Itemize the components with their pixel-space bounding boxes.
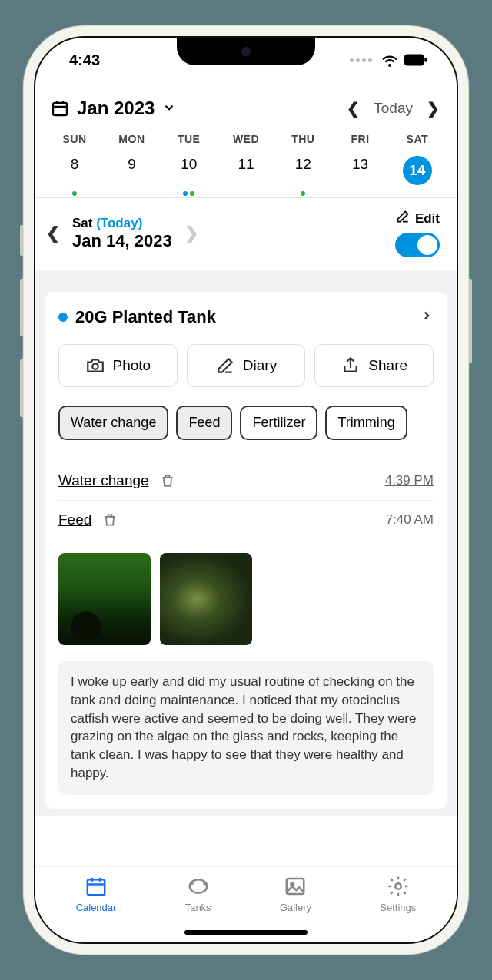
gear-icon	[387, 875, 410, 898]
log-label[interactable]: Feed	[58, 512, 91, 528]
day-header: ❮ Sat (Today) Jan 14, 2023 ❯ Edit	[35, 198, 457, 270]
tab-settings[interactable]: Settings	[380, 875, 416, 942]
svg-rect-1	[424, 58, 427, 62]
today-label: (Today)	[96, 216, 142, 230]
svg-rect-0	[404, 55, 424, 66]
today-button[interactable]: Today	[374, 100, 413, 117]
svg-rect-2	[53, 103, 67, 115]
share-icon	[341, 356, 361, 376]
next-day-button[interactable]: ❯	[184, 223, 198, 243]
day-date: Jan 14, 2023	[72, 231, 172, 251]
log-row: Water change4:39 PM	[58, 462, 434, 500]
calendar-icon	[85, 875, 108, 898]
date-cell[interactable]: 9	[103, 156, 160, 197]
prev-week-button[interactable]: ❮	[347, 99, 360, 118]
weekday: MON	[103, 133, 160, 145]
svg-point-5	[189, 879, 207, 893]
clock: 4:43	[69, 51, 100, 69]
tab-label: Calendar	[76, 902, 117, 913]
cell-dots-icon	[350, 58, 372, 62]
svg-point-3	[92, 363, 98, 369]
weekday: THU	[274, 133, 331, 145]
tag-button[interactable]: Feed	[176, 406, 232, 440]
prev-day-button[interactable]: ❮	[46, 223, 60, 243]
tank-icon	[187, 875, 210, 898]
svg-point-8	[395, 883, 401, 889]
calendar-header: Jan 2023 ❮ Today ❯	[35, 82, 457, 133]
diary-entry[interactable]: I woke up early and did my usual routine…	[58, 661, 434, 795]
tag-row: Water changeFeedFertilizerTrimming	[58, 406, 434, 440]
weekday: WED	[218, 133, 274, 145]
battery-icon	[404, 54, 427, 66]
photo-button[interactable]: Photo	[58, 344, 178, 387]
month-selector[interactable]: Jan 2023	[51, 98, 176, 119]
trash-icon[interactable]	[160, 473, 175, 488]
date-cell[interactable]: 12	[274, 156, 331, 197]
device-frame: 4:43 Jan 2023	[23, 25, 469, 955]
calendar-icon	[51, 99, 69, 118]
share-label: Share	[368, 357, 407, 374]
date-cell[interactable]: 14	[389, 156, 446, 197]
tag-button[interactable]: Fertilizer	[240, 406, 317, 440]
edit-label: Edit	[415, 211, 440, 227]
date-cell[interactable]: 13	[331, 156, 388, 197]
home-indicator[interactable]	[184, 930, 308, 935]
chevron-right-icon	[420, 309, 434, 326]
photo-label: Photo	[113, 357, 151, 374]
pencil-icon	[215, 356, 235, 376]
screen: 4:43 Jan 2023	[34, 36, 458, 944]
weekday: SUN	[46, 133, 103, 145]
log-row: Feed7:40 AM	[58, 500, 434, 539]
weekday: TUE	[161, 133, 218, 145]
log-time[interactable]: 7:40 AM	[386, 512, 434, 528]
camera-icon	[85, 356, 105, 376]
edit-toggle[interactable]	[395, 233, 440, 257]
share-button[interactable]: Share	[314, 344, 434, 387]
weekday-row: SUN MON TUE WED THU FRI SAT	[35, 133, 457, 145]
tab-calendar[interactable]: Calendar	[76, 875, 117, 942]
chevron-down-icon	[162, 98, 176, 119]
weekday: SAT	[389, 133, 446, 145]
photo-thumbnail[interactable]	[58, 553, 151, 645]
weekday: FRI	[331, 133, 388, 145]
next-week-button[interactable]: ❯	[427, 99, 440, 118]
log-time[interactable]: 4:39 PM	[385, 473, 434, 488]
tag-button[interactable]: Trimming	[325, 406, 407, 440]
dates-row: 891011121314	[35, 156, 457, 197]
date-cell[interactable]: 10	[161, 156, 218, 197]
tank-color-dot	[58, 313, 68, 322]
tab-label: Settings	[380, 902, 416, 913]
date-cell[interactable]: 11	[218, 156, 274, 197]
svg-rect-6	[287, 879, 304, 894]
tank-name: 20G Planted Tank	[75, 307, 216, 327]
trash-icon[interactable]	[102, 512, 118, 528]
diary-label: Diary	[243, 357, 277, 374]
tag-button[interactable]: Water change	[58, 406, 168, 440]
date-cell[interactable]: 8	[46, 156, 103, 197]
photo-thumbnail[interactable]	[160, 553, 252, 645]
tank-card: 20G Planted Tank Photo Diary	[45, 292, 447, 809]
tab-label: Tanks	[185, 902, 211, 913]
svg-rect-4	[88, 879, 105, 895]
notch	[177, 38, 315, 65]
wifi-icon	[381, 53, 398, 67]
diary-button[interactable]: Diary	[187, 344, 306, 387]
day-weekday: Sat	[72, 216, 92, 230]
month-label: Jan 2023	[77, 98, 155, 119]
gallery-icon	[284, 875, 307, 898]
content-area: 20G Planted Tank Photo Diary	[35, 270, 457, 816]
edit-icon	[395, 209, 411, 228]
log-label[interactable]: Water change	[58, 472, 149, 489]
tab-label: Gallery	[280, 902, 311, 913]
tank-header[interactable]: 20G Planted Tank	[58, 307, 434, 327]
